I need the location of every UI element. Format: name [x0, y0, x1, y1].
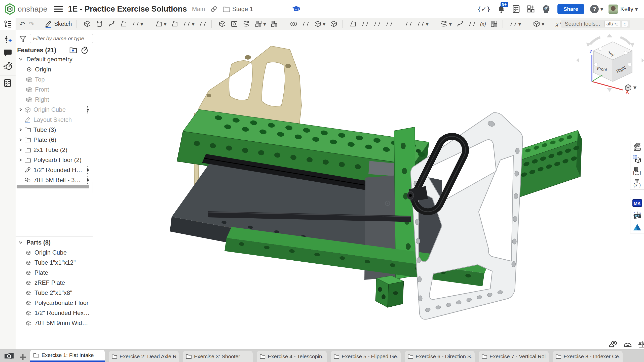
- revolve-tool[interactable]: [95, 20, 103, 28]
- move-face-tool[interactable]: [373, 20, 381, 28]
- app-store-icon[interactable]: [527, 5, 535, 13]
- insert-version-icon[interactable]: [4, 35, 12, 44]
- part-tube-2-x1-x8[interactable]: Tube 2"x1"x8": [16, 288, 93, 298]
- suppressed-marker-icon[interactable]: [87, 106, 89, 114]
- feature-1-2-rounded-hex[interactable]: 1/2" Rounded Hex ...: [16, 165, 93, 175]
- variables-table-icon[interactable]: (x): [630, 177, 644, 189]
- share-button[interactable]: Share: [557, 4, 584, 14]
- chevron-right-icon[interactable]: [17, 158, 24, 162]
- notifications-bell-icon[interactable]: 9+: [497, 5, 506, 13]
- feature-70t-5m-belt-350[interactable]: 70T 5M Belt - 350...: [16, 175, 93, 185]
- learning-center-icon[interactable]: [292, 5, 300, 13]
- fillet-dropdown-icon[interactable]: ▼: [164, 22, 167, 26]
- feature-tube-3[interactable]: Tube (3): [16, 125, 93, 135]
- variable-tool[interactable]: (x): [480, 21, 486, 27]
- chamfer-tool[interactable]: [171, 20, 179, 28]
- thicken-tool[interactable]: ▼: [132, 20, 143, 28]
- suppressed-marker-icon[interactable]: [87, 166, 89, 174]
- part-polycarbonate-floor[interactable]: Polycarbonate Floor: [16, 298, 93, 308]
- help-caret-icon[interactable]: ▼: [600, 7, 603, 12]
- tasks-checklist-icon[interactable]: [512, 5, 520, 13]
- feature-default-geometry[interactable]: Default geometry: [16, 54, 93, 64]
- mass-properties-icon[interactable]: [638, 340, 644, 349]
- transform-tool[interactable]: ▼: [314, 20, 326, 28]
- feature-right[interactable]: Right: [16, 95, 93, 105]
- tab-exercise-1[interactable]: Exercise 1: Flat Intake: [30, 350, 105, 362]
- custom-tables-icon[interactable]: [630, 153, 644, 165]
- chevron-down-icon[interactable]: [17, 240, 24, 245]
- mirror-tool[interactable]: [270, 20, 278, 28]
- mkcad-app-icon[interactable]: MK: [630, 197, 644, 209]
- fill-surface-tool[interactable]: ▼: [417, 20, 429, 28]
- tab-exercise-4[interactable]: Exercise 4 - Telescopin...: [257, 351, 327, 362]
- add-tab-button[interactable]: [19, 353, 27, 361]
- rollback-history-icon[interactable]: [80, 46, 88, 54]
- sketch-button[interactable]: Sketch: [45, 20, 72, 28]
- feature-origin-cube[interactable]: Origin Cube: [16, 105, 93, 115]
- comments-icon[interactable]: [4, 49, 12, 57]
- chevron-right-icon[interactable]: [17, 148, 24, 152]
- user-menu-caret-icon[interactable]: ▼: [635, 7, 638, 12]
- offset-surface-tool[interactable]: [405, 20, 413, 28]
- tab-exercise-8[interactable]: Exercise 8 - Indexer Ce...: [553, 351, 623, 362]
- learning-checklist-icon[interactable]: [4, 79, 12, 87]
- projected-curve-tool[interactable]: [456, 20, 464, 28]
- surface-finish-tool[interactable]: ▼: [509, 20, 521, 28]
- draft-dropdown-icon[interactable]: ▼: [192, 22, 195, 26]
- draft-tool[interactable]: ▼: [183, 20, 195, 28]
- feature-list-toggle-button[interactable]: [0, 18, 16, 30]
- tape-measure-icon[interactable]: [609, 340, 618, 349]
- model-3d[interactable]: [170, 46, 582, 319]
- transform-dropdown-icon[interactable]: ▼: [323, 22, 326, 26]
- sweep-tool[interactable]: [107, 20, 116, 28]
- chevron-down-icon[interactable]: [17, 57, 24, 61]
- search-tools-box[interactable]: Search tools... alt/⌥ c: [561, 20, 630, 28]
- document-menu-icon[interactable]: [54, 5, 63, 13]
- suppressed-marker-icon[interactable]: [87, 176, 89, 184]
- custom-features-table-icon[interactable]: {}: [630, 165, 644, 177]
- fill-surface-dropdown-icon[interactable]: ▼: [426, 22, 429, 26]
- feature-origin[interactable]: Origin: [16, 64, 93, 74]
- arena-app-icon[interactable]: [630, 221, 644, 233]
- ai-assistant-icon[interactable]: ⚙⚙: [542, 5, 550, 14]
- frame-tool[interactable]: ▼: [533, 20, 544, 28]
- part-plate[interactable]: Plate: [16, 268, 93, 278]
- rib-tool[interactable]: [199, 20, 207, 28]
- fillet-tool[interactable]: ▼: [155, 20, 167, 28]
- help-button[interactable]: ?: [590, 5, 599, 13]
- delete-part-tool[interactable]: [330, 20, 338, 28]
- feature-plate-6[interactable]: Plate (6): [16, 135, 93, 145]
- filter-input[interactable]: [30, 34, 93, 43]
- part-zref-plate[interactable]: zREF Plate: [16, 278, 93, 288]
- linear-pattern-tool[interactable]: ▼: [254, 20, 266, 28]
- spring-tool[interactable]: [242, 20, 250, 28]
- boolean-tool[interactable]: [290, 20, 298, 28]
- link-icon[interactable]: [210, 5, 218, 13]
- replace-face-tool[interactable]: [385, 20, 393, 28]
- thicken-dropdown-icon[interactable]: ▼: [140, 22, 143, 26]
- model-viewport[interactable]: [93, 30, 644, 350]
- composite-part-tool[interactable]: [490, 20, 498, 28]
- split-tool[interactable]: [302, 20, 310, 28]
- appearance-panel-icon[interactable]: [630, 141, 644, 153]
- robot-app-icon[interactable]: [630, 209, 644, 221]
- feature-top[interactable]: Top: [16, 74, 93, 85]
- folder-location[interactable]: Stage 1: [223, 6, 253, 13]
- delete-face-tool[interactable]: [361, 20, 369, 28]
- chevron-right-icon[interactable]: [17, 128, 24, 132]
- redo-button[interactable]: ↷: [29, 20, 34, 28]
- part-1-2-rounded-hex-re[interactable]: 1/2" Rounded Hex (RE...: [16, 308, 93, 318]
- tab-exercise-2[interactable]: Exercise 2: Dead Axle R...: [109, 351, 179, 362]
- tab-exercise-5[interactable]: Exercise 5 - Flipped Ge...: [331, 351, 401, 362]
- versions-graph-icon[interactable]: {✓}: [477, 6, 490, 13]
- user-name[interactable]: Kelly: [620, 6, 633, 13]
- onshape-logo[interactable]: onshape: [5, 3, 48, 15]
- part-70t-5m-9mm-wide-belt[interactable]: 70T 5M 9mm Wide Belt: [16, 318, 93, 328]
- history-icon[interactable]: [4, 62, 12, 70]
- helix-tool[interactable]: ▼: [440, 20, 452, 28]
- part-origin-cube[interactable]: Origin Cube: [16, 248, 93, 258]
- derived-tool[interactable]: [468, 20, 476, 28]
- shell-tool[interactable]: [218, 20, 226, 28]
- frame-dropdown-icon[interactable]: ▼: [541, 22, 544, 26]
- loft-tool[interactable]: [120, 20, 128, 28]
